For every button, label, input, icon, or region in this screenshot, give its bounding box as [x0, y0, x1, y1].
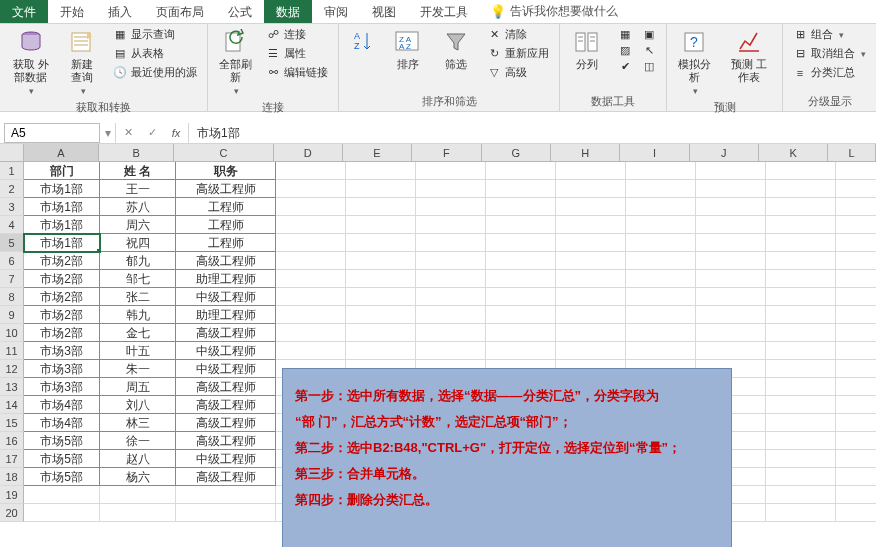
tab-开发工具[interactable]: 开发工具 — [408, 0, 480, 23]
cell-E8[interactable] — [346, 288, 416, 306]
cell-F10[interactable] — [416, 324, 486, 342]
cell-K8[interactable] — [766, 288, 836, 306]
cell-C5[interactable]: 工程师 — [176, 234, 276, 252]
cell-B12[interactable]: 朱一 — [100, 360, 176, 378]
cell-A8[interactable]: 市场2部 — [24, 288, 100, 306]
cell-C12[interactable]: 中级工程师 — [176, 360, 276, 378]
cell-A2[interactable]: 市场1部 — [24, 180, 100, 198]
cell-A14[interactable]: 市场4部 — [24, 396, 100, 414]
cell-G7[interactable] — [486, 270, 556, 288]
row-header-12[interactable]: 12 — [0, 360, 24, 378]
cell-L17[interactable] — [836, 450, 876, 468]
cell-K1[interactable] — [766, 162, 836, 180]
cell-H11[interactable] — [556, 342, 626, 360]
cell-C1[interactable]: 职务 — [176, 162, 276, 180]
cell-B7[interactable]: 邹七 — [100, 270, 176, 288]
from-table-button[interactable]: ▤从表格 — [109, 45, 201, 62]
cell-C15[interactable]: 高级工程师 — [176, 414, 276, 432]
subtotal-button[interactable]: ≡分类汇总 — [789, 64, 870, 81]
cell-A18[interactable]: 市场5部 — [24, 468, 100, 486]
cell-G6[interactable] — [486, 252, 556, 270]
cell-D5[interactable] — [276, 234, 346, 252]
cell-L6[interactable] — [836, 252, 876, 270]
sort-az-button[interactable]: AZ — [345, 26, 381, 58]
advanced-filter-button[interactable]: ▽高级 — [483, 64, 553, 81]
cell-C16[interactable]: 高级工程师 — [176, 432, 276, 450]
row-header-15[interactable]: 15 — [0, 414, 24, 432]
edit-links-button[interactable]: ⚯编辑链接 — [262, 64, 332, 81]
cell-F4[interactable] — [416, 216, 486, 234]
fill-handle[interactable] — [96, 248, 100, 252]
cell-G8[interactable] — [486, 288, 556, 306]
col-header-G[interactable]: G — [482, 144, 551, 161]
row-header-16[interactable]: 16 — [0, 432, 24, 450]
row-header-14[interactable]: 14 — [0, 396, 24, 414]
name-box[interactable] — [4, 123, 100, 143]
cell-I3[interactable] — [626, 198, 696, 216]
cell-J1[interactable] — [696, 162, 766, 180]
cell-A15[interactable]: 市场4部 — [24, 414, 100, 432]
row-header-17[interactable]: 17 — [0, 450, 24, 468]
cell-K18[interactable] — [766, 468, 836, 486]
cell-B3[interactable]: 苏八 — [100, 198, 176, 216]
select-all-corner[interactable] — [0, 144, 24, 161]
properties-button[interactable]: ☰属性 — [262, 45, 332, 62]
what-if-button[interactable]: ? 模拟分析 ▾ — [673, 26, 716, 98]
row-header-13[interactable]: 13 — [0, 378, 24, 396]
cell-K7[interactable] — [766, 270, 836, 288]
relationships-button[interactable]: ↖ — [638, 42, 660, 58]
cell-G1[interactable] — [486, 162, 556, 180]
row-header-20[interactable]: 20 — [0, 504, 24, 522]
cell-K3[interactable] — [766, 198, 836, 216]
row-header-4[interactable]: 4 — [0, 216, 24, 234]
cell-E11[interactable] — [346, 342, 416, 360]
cell-K12[interactable] — [766, 360, 836, 378]
cell-D3[interactable] — [276, 198, 346, 216]
cell-H1[interactable] — [556, 162, 626, 180]
cell-G4[interactable] — [486, 216, 556, 234]
cell-K10[interactable] — [766, 324, 836, 342]
cell-F2[interactable] — [416, 180, 486, 198]
tell-me-search[interactable]: 💡告诉我你想要做什么 — [480, 0, 628, 23]
cell-H2[interactable] — [556, 180, 626, 198]
cell-A19[interactable] — [24, 486, 100, 504]
reapply-button[interactable]: ↻重新应用 — [483, 45, 553, 62]
cell-K4[interactable] — [766, 216, 836, 234]
cell-J11[interactable] — [696, 342, 766, 360]
filter-button[interactable]: 筛选 — [435, 26, 477, 73]
text-to-columns-button[interactable]: 分列 — [566, 26, 608, 73]
clear-filter-button[interactable]: ✕清除 — [483, 26, 553, 43]
cell-I11[interactable] — [626, 342, 696, 360]
row-header-5[interactable]: 5 — [0, 234, 24, 252]
cell-H5[interactable] — [556, 234, 626, 252]
cell-B1[interactable]: 姓 名 — [100, 162, 176, 180]
cell-C11[interactable]: 中级工程师 — [176, 342, 276, 360]
cell-B17[interactable]: 赵八 — [100, 450, 176, 468]
cell-F8[interactable] — [416, 288, 486, 306]
cell-E2[interactable] — [346, 180, 416, 198]
cell-I7[interactable] — [626, 270, 696, 288]
cell-F1[interactable] — [416, 162, 486, 180]
data-validation-button[interactable]: ✔ — [614, 58, 636, 74]
cell-I10[interactable] — [626, 324, 696, 342]
cell-B15[interactable]: 林三 — [100, 414, 176, 432]
cell-K9[interactable] — [766, 306, 836, 324]
cell-E4[interactable] — [346, 216, 416, 234]
cell-K5[interactable] — [766, 234, 836, 252]
cell-H7[interactable] — [556, 270, 626, 288]
cell-B18[interactable]: 杨六 — [100, 468, 176, 486]
cell-G10[interactable] — [486, 324, 556, 342]
cell-I5[interactable] — [626, 234, 696, 252]
cell-K15[interactable] — [766, 414, 836, 432]
tab-文件[interactable]: 文件 — [0, 0, 48, 23]
cell-A9[interactable]: 市场2部 — [24, 306, 100, 324]
cell-C7[interactable]: 助理工程师 — [176, 270, 276, 288]
cell-K20[interactable] — [766, 504, 836, 522]
cell-B11[interactable]: 叶五 — [100, 342, 176, 360]
cell-D7[interactable] — [276, 270, 346, 288]
cell-E6[interactable] — [346, 252, 416, 270]
cell-H8[interactable] — [556, 288, 626, 306]
row-header-2[interactable]: 2 — [0, 180, 24, 198]
cell-A11[interactable]: 市场3部 — [24, 342, 100, 360]
col-header-B[interactable]: B — [99, 144, 174, 161]
